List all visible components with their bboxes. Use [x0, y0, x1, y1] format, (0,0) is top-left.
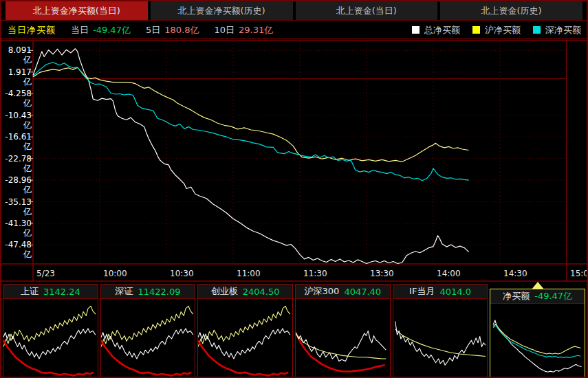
summary-10d-value: 29.31亿 — [239, 25, 273, 35]
mini-chart-svg — [3, 299, 98, 378]
y-axis-label: -4.258亿 — [1, 89, 32, 108]
main-chart-svg[interactable] — [1, 40, 587, 282]
mini-value: 2404.50 — [243, 287, 280, 297]
mini-chart-svg — [101, 299, 195, 378]
legend-sz: 深净买额 — [533, 24, 581, 36]
mini-panel-row: 上证3142.24 深证11422.09 创业板2404.50 沪深300404… — [3, 284, 585, 378]
sh-swatch-icon — [472, 26, 480, 34]
x-axis-label: 11:30 — [303, 267, 327, 280]
mini-label: 创业板 — [211, 285, 238, 298]
legend-sz-label: 深净买额 — [545, 24, 581, 36]
tab-funds-history[interactable]: 北上资金(历史) — [440, 1, 582, 20]
series-legend: 总净买额 沪净买额 深净买额 — [400, 24, 581, 36]
tab-funds-today[interactable]: 北上资金(当日) — [296, 1, 438, 20]
mini-series-line — [493, 326, 580, 358]
legend-total-label: 总净买额 — [424, 24, 460, 36]
mini-series-line — [101, 306, 193, 346]
mini-series-line — [493, 324, 580, 354]
legend-sh: 沪净买额 — [472, 24, 521, 36]
mini-panel-net-buy[interactable]: 净买额-49.47亿 — [490, 289, 585, 378]
series-line-总净买额 — [33, 49, 469, 264]
x-axis-label: 10:30 — [170, 267, 194, 280]
legend-sh-label: 沪净买额 — [485, 24, 521, 36]
mini-value: 4014.0 — [439, 287, 471, 297]
y-axis-label: -47.48亿 — [1, 240, 32, 259]
mini-chart-svg — [296, 299, 390, 378]
y-axis-label: -28.96亿 — [1, 175, 32, 194]
summary-5d: 5日180.8亿 — [146, 24, 199, 36]
tab-net-buy-history[interactable]: 北上资金净买额(历史) — [151, 1, 293, 20]
legend-total: 总净买额 — [412, 24, 460, 36]
x-axis-label: 14:00 — [437, 267, 461, 280]
y-axis-label: -16.61亿 — [1, 132, 32, 151]
series-line-沪净买额 — [33, 67, 469, 162]
series-line-深净买额 — [33, 63, 469, 181]
mini-panel-if-futures[interactable]: IF当月4014.0 — [393, 284, 488, 378]
x-axis-label: 10:00 — [103, 267, 127, 280]
y-axis-label: -41.30亿 — [1, 219, 32, 238]
mini-series-line — [198, 306, 290, 346]
tab-bar: 北上资金净买额(当日) 北上资金净买额(历史) 北上资金(当日) 北上资金(历史… — [1, 1, 587, 21]
y-axis-label: 1.917亿 — [1, 67, 32, 87]
x-axis-label: 14:30 — [503, 267, 527, 280]
mini-value: -49.47亿 — [534, 290, 572, 302]
mini-panel-shanghai[interactable]: 上证3142.24 — [3, 284, 98, 378]
mini-series-line — [395, 329, 485, 356]
mini-series-line — [101, 329, 193, 359]
x-axis-label: 15:00 — [570, 267, 588, 280]
mini-label: 净买额 — [503, 290, 530, 302]
x-axis-label: 11:00 — [237, 267, 261, 280]
mini-value: 4047.40 — [344, 287, 381, 297]
summary-10d-label: 10日 — [214, 25, 235, 35]
mini-panel-hs300[interactable]: 沪深3004047.40 — [295, 284, 391, 378]
mini-series-line — [296, 333, 385, 372]
mini-value: 3142.24 — [43, 287, 80, 297]
y-axis-label: 8.091亿 — [1, 45, 32, 65]
y-axis-label: -10.43亿 — [1, 111, 32, 130]
main-chart-area[interactable]: 8.091亿1.917亿-4.258亿-10.43亿-16.61亿-22.78亿… — [1, 40, 587, 282]
mini-series-line — [3, 306, 96, 346]
summary-5d-value: 180.8亿 — [164, 25, 199, 35]
mini-series-line — [198, 329, 290, 359]
mini-label: 上证 — [21, 285, 39, 298]
mini-label: 沪深300 — [305, 285, 340, 298]
mini-series-line — [493, 320, 581, 372]
summary-10d: 10日29.31亿 — [214, 24, 273, 36]
mini-chart-svg — [393, 299, 488, 378]
x-axis-label: 5/23 — [36, 267, 55, 280]
summary-today-value: -49.47亿 — [93, 25, 131, 35]
sz-swatch-icon — [533, 26, 541, 34]
tab-net-buy-today[interactable]: 北上资金净买额(当日) — [6, 1, 148, 20]
summary-today: 当日-49.47亿 — [71, 24, 131, 36]
summary-5d-label: 5日 — [146, 25, 160, 35]
northbound-funds-app: 北上资金净买额(当日) 北上资金净买额(历史) 北上资金(当日) 北上资金(历史… — [0, 0, 588, 378]
total-swatch-icon — [412, 26, 420, 34]
chart-title: 当日净买额 — [8, 24, 56, 36]
x-axis-label: 13:30 — [370, 267, 394, 280]
y-axis-label: -35.13亿 — [1, 197, 32, 216]
mini-panel-shenzhen[interactable]: 深证11422.09 — [100, 284, 196, 378]
selected-triangle-icon — [532, 282, 544, 289]
mini-value: 11422.09 — [138, 287, 180, 297]
mini-series-line — [395, 321, 485, 365]
summary-today-label: 当日 — [71, 25, 89, 35]
mini-label: 深证 — [115, 285, 133, 298]
mini-chart-svg — [490, 304, 585, 378]
mini-label: IF当月 — [409, 285, 435, 298]
summary-legend-bar: 当日净买额 当日-49.47亿 5日180.8亿 10日29.31亿 总净买额 … — [1, 21, 587, 39]
mini-panel-chinext[interactable]: 创业板2404.50 — [197, 284, 293, 378]
mini-series-line — [3, 329, 96, 359]
y-axis-label: -22.78亿 — [1, 154, 32, 173]
mini-chart-svg — [198, 299, 292, 378]
